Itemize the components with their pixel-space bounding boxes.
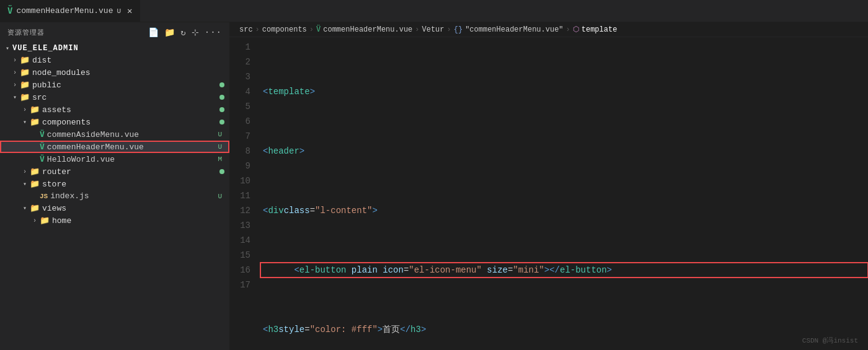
editor-area: src › components › V̈ commenHeaderMenu.v… <box>229 22 868 350</box>
breadcrumb-curly-icon: {} <box>454 25 463 34</box>
router-arrow: › <box>20 168 30 175</box>
home-icon: 📁 <box>40 216 50 225</box>
aside-badge: U <box>218 131 229 138</box>
tree-item-dist[interactable]: › 📁 dist <box>0 54 229 66</box>
store-icon: 📁 <box>30 179 40 189</box>
dist-label: dist <box>32 56 229 65</box>
router-icon: 📁 <box>30 167 40 177</box>
indexjs-badge: U <box>218 193 229 200</box>
hello-badge: M <box>218 155 229 163</box>
code-line-4: <el-button plain icon="el-icon-menu" siz… <box>260 263 868 278</box>
home-arrow: › <box>30 217 40 224</box>
header-label: commenHeaderMenu.vue <box>47 142 218 152</box>
code-editor[interactable]: 12345 678910 1112131415 1617 <template> … <box>229 37 868 350</box>
main-layout: 资源管理器 📄 📁 ↻ ⊹ ··· ▾ VUE_ELE_ADMIN › 📁 di… <box>0 22 868 350</box>
breadcrumb-sep2: › <box>309 25 314 34</box>
breadcrumb-src: src <box>239 25 253 34</box>
components-dot <box>219 120 224 125</box>
tab-bar: V̈ commenHeaderMenu.vue U ✕ <box>0 0 868 22</box>
tree-item-home[interactable]: › 📁 home <box>0 214 229 227</box>
node-modules-label: node_modules <box>32 68 229 77</box>
code-content: <template> <header> <div class="l-conten… <box>260 40 868 350</box>
components-label: components <box>42 118 219 127</box>
tree-root[interactable]: ▾ VUE_ELE_ADMIN <box>0 43 229 54</box>
store-label: store <box>42 180 229 189</box>
tree-item-commenasidemenu[interactable]: V̈ commenAsideMenu.vue U <box>0 128 229 141</box>
new-folder-icon[interactable]: 📁 <box>164 27 175 38</box>
code-line-2: <header> <box>260 144 868 159</box>
tree-item-src[interactable]: ▾ 📁 src <box>0 91 229 103</box>
dist-folder-icon: 📁 <box>20 55 30 65</box>
code-line-3: <div class="l-content"> <box>260 203 868 218</box>
tab-close[interactable]: ✕ <box>127 6 132 16</box>
vue-icon: V̈ <box>7 6 12 16</box>
watermark: CSDN @冯insist <box>802 336 858 345</box>
more-icon[interactable]: ··· <box>205 27 222 38</box>
collapse-icon[interactable]: ⊹ <box>192 27 200 38</box>
code-line-5: <h3 style="color: #fff">首页</h3> <box>260 322 868 337</box>
breadcrumb-vue-icon: V̈ <box>316 25 321 34</box>
public-dot <box>219 82 224 87</box>
code-line-1: <template> <box>260 84 868 99</box>
store-arrow: ▾ <box>20 180 30 188</box>
tree-item-public[interactable]: › 📁 public <box>0 79 229 91</box>
assets-icon: 📁 <box>30 105 40 115</box>
root-label: VUE_ELE_ADMIN <box>12 44 229 53</box>
tree-item-assets[interactable]: › 📁 assets <box>0 103 229 116</box>
sidebar-tree: ▾ VUE_ELE_ADMIN › 📁 dist › 📁 node_module… <box>0 43 229 350</box>
tab-filename: commenHeaderMenu.vue <box>16 6 113 15</box>
refresh-icon[interactable]: ↻ <box>180 27 186 38</box>
breadcrumb-components: components <box>262 25 307 34</box>
hello-label: HelloWorld.vue <box>47 155 218 164</box>
router-dot <box>219 169 224 174</box>
node-modules-arrow: › <box>10 69 20 76</box>
tree-item-indexjs[interactable]: JS index.js U <box>0 190 229 202</box>
node-modules-icon: 📁 <box>20 68 30 77</box>
breadcrumb-sep3: › <box>415 25 419 34</box>
views-icon: 📁 <box>30 203 40 213</box>
public-arrow: › <box>10 82 20 89</box>
breadcrumb-filename: commenHeaderMenu.vue <box>323 25 412 34</box>
sidebar: 资源管理器 📄 📁 ↻ ⊹ ··· ▾ VUE_ELE_ADMIN › 📁 di… <box>0 22 229 350</box>
breadcrumb-sep4: › <box>447 25 451 34</box>
dist-arrow: › <box>10 57 20 64</box>
breadcrumb-template: template <box>582 25 618 34</box>
tree-item-router[interactable]: › 📁 router <box>0 165 229 178</box>
tree-item-views[interactable]: ▾ 📁 views <box>0 202 229 214</box>
breadcrumb-vetur: Vetur <box>422 25 445 34</box>
components-icon: 📁 <box>30 117 40 127</box>
header-badge: U <box>218 143 229 151</box>
assets-dot <box>219 107 224 112</box>
views-arrow: ▾ <box>20 204 30 212</box>
line-numbers: 12345 678910 1112131415 1617 <box>229 40 260 350</box>
tab-modified: U <box>117 7 121 15</box>
tree-item-store[interactable]: ▾ 📁 store <box>0 178 229 190</box>
breadcrumb-sep1: › <box>255 25 260 34</box>
tree-item-commenheadermenu[interactable]: V̈ commenHeaderMenu.vue U <box>0 141 229 153</box>
assets-label: assets <box>42 105 219 115</box>
header-vue-icon: V̈ <box>40 142 45 152</box>
new-file-icon[interactable]: 📄 <box>148 27 159 38</box>
src-label: src <box>32 93 219 102</box>
root-arrow: ▾ <box>2 45 12 52</box>
sidebar-title: 资源管理器 <box>7 28 45 37</box>
tree-item-node-modules[interactable]: › 📁 node_modules <box>0 66 229 79</box>
aside-vue-icon: V̈ <box>40 129 45 139</box>
sidebar-header: 资源管理器 📄 📁 ↻ ⊹ ··· <box>0 22 229 43</box>
public-icon: 📁 <box>20 80 30 90</box>
home-label: home <box>52 216 229 225</box>
tab-item-commenheadermenu[interactable]: V̈ commenHeaderMenu.vue U ✕ <box>0 0 141 22</box>
src-icon: 📁 <box>20 92 30 102</box>
hello-vue-icon: V̈ <box>40 154 45 164</box>
aside-label: commenAsideMenu.vue <box>47 130 218 139</box>
sidebar-header-icons: 📄 📁 ↻ ⊹ ··· <box>148 27 222 38</box>
components-arrow: ▾ <box>20 118 30 126</box>
breadcrumb-bar: src › components › V̈ commenHeaderMenu.v… <box>229 22 868 37</box>
tree-item-components[interactable]: ▾ 📁 components <box>0 116 229 128</box>
src-dot <box>219 95 224 100</box>
src-arrow: ▾ <box>10 94 20 101</box>
tree-item-helloworld[interactable]: V̈ HelloWorld.vue M <box>0 153 229 165</box>
public-label: public <box>32 81 219 90</box>
indexjs-icon: JS <box>40 193 48 200</box>
indexjs-label: index.js <box>50 191 218 201</box>
